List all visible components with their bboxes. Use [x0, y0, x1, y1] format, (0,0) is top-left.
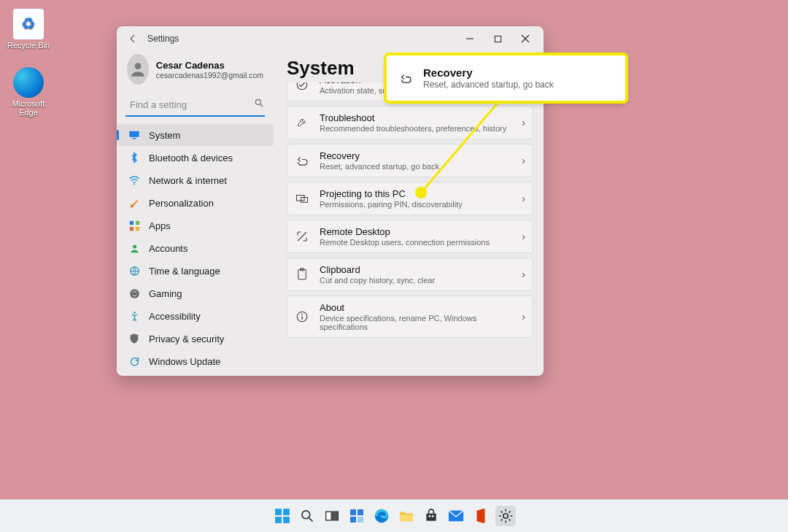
svg-rect-36	[358, 509, 363, 515]
chevron-right-icon: ›	[522, 231, 525, 242]
globe-icon	[128, 265, 140, 277]
display-icon	[128, 129, 140, 141]
svg-point-24	[301, 314, 303, 315]
nav-label: Accounts	[149, 243, 188, 254]
svg-point-31	[302, 511, 310, 519]
desktop-icon-recycle-bin[interactable]: ♻ Recycle Bin	[2, 9, 55, 50]
back-button[interactable]	[125, 31, 140, 46]
titlebar[interactable]: Settings	[117, 26, 544, 51]
svg-rect-35	[350, 509, 356, 515]
nav-item-apps[interactable]: Apps	[117, 215, 274, 236]
wifi-icon	[128, 174, 140, 186]
update-icon	[128, 355, 140, 367]
user-email: cesarcadenas1992@gmail.com	[156, 71, 263, 80]
desktop: ♻ Recycle Bin Microsoft Edge Settings	[0, 0, 788, 532]
card-subtitle: Permissions, pairing PIN, discoverabilit…	[320, 200, 511, 209]
maximize-button[interactable]	[484, 28, 511, 49]
svg-rect-40	[400, 514, 413, 521]
nav-label: Personalization	[149, 198, 214, 209]
minimize-button[interactable]	[456, 28, 484, 49]
taskbar-search[interactable]	[297, 506, 317, 526]
check-circle-icon	[295, 82, 309, 91]
nav-label: Bluetooth & devices	[149, 153, 233, 163]
search-box[interactable]	[125, 95, 265, 117]
card-title: About	[320, 302, 511, 313]
nav-item-bluetooth[interactable]: Bluetooth & devices	[117, 147, 274, 169]
settings-card-list: ActivationActivation state, subscription…	[287, 82, 533, 338]
info-icon	[295, 310, 309, 323]
card-projecting[interactable]: Projecting to this PCPermissions, pairin…	[287, 182, 533, 215]
card-title: Clipboard	[320, 264, 511, 275]
svg-point-4	[135, 63, 142, 69]
card-title: Troubleshoot	[320, 112, 511, 123]
chevron-right-icon: ›	[522, 117, 525, 128]
close-button[interactable]	[511, 28, 539, 49]
taskbar-widgets[interactable]	[347, 506, 367, 526]
recovery-icon	[398, 70, 413, 86]
taskbar-taskview[interactable]	[322, 506, 342, 526]
user-name: Cesar Cadenas	[156, 60, 263, 71]
svg-line-6	[260, 104, 263, 107]
nav-label: Network & internet	[149, 175, 227, 186]
desktop-icon-edge[interactable]: Microsoft Edge	[2, 67, 55, 117]
svg-rect-29	[275, 517, 282, 523]
avatar-icon	[127, 54, 149, 85]
search-input[interactable]	[128, 99, 254, 111]
svg-rect-11	[136, 220, 139, 224]
nav-item-windows-update[interactable]: Windows Update	[117, 350, 274, 372]
nav-item-personalization[interactable]: Personalization	[117, 192, 274, 214]
taskbar-office[interactable]	[471, 506, 491, 526]
edge-icon	[13, 67, 44, 98]
nav: System Bluetooth & devices Network & int…	[117, 124, 274, 372]
nav-item-accounts[interactable]: Accounts	[117, 237, 274, 259]
svg-point-9	[134, 183, 135, 185]
wrench-icon	[295, 116, 309, 129]
card-about[interactable]: AboutDevice specifications, rename PC, W…	[287, 296, 533, 338]
card-troubleshoot[interactable]: TroubleshootRecommended troubleshooters,…	[287, 106, 533, 139]
svg-rect-8	[132, 138, 136, 139]
svg-rect-13	[136, 227, 139, 231]
desktop-icon-label: Microsoft Edge	[2, 99, 55, 117]
nav-item-time-language[interactable]: Time & language	[117, 260, 274, 282]
svg-point-44	[503, 514, 508, 518]
brush-icon	[128, 197, 140, 209]
card-subtitle: Device specifications, rename PC, Window…	[320, 314, 511, 331]
chevron-right-icon: ›	[522, 311, 525, 323]
callout-subtitle: Reset, advanced startup, go back	[423, 80, 614, 90]
accessibility-icon	[128, 310, 140, 322]
taskbar-settings[interactable]	[495, 506, 516, 526]
svg-rect-10	[129, 220, 133, 224]
sidebar: Cesar Cadenas cesarcadenas1992@gmail.com…	[117, 51, 274, 376]
nav-item-system[interactable]: System	[117, 124, 274, 146]
svg-rect-38	[358, 517, 363, 523]
nav-label: Privacy & security	[149, 334, 224, 344]
taskbar-start[interactable]	[272, 506, 293, 526]
svg-rect-30	[283, 517, 290, 523]
clipboard-icon	[295, 268, 309, 281]
nav-item-accessibility[interactable]: Accessibility	[117, 305, 274, 327]
card-remote-desktop[interactable]: Remote DesktopRemote Desktop users, conn…	[287, 220, 533, 253]
card-title: Remote Desktop	[320, 226, 511, 237]
taskbar	[0, 499, 788, 532]
taskbar-store[interactable]	[421, 506, 441, 526]
card-clipboard[interactable]: ClipboardCut and copy history, sync, cle…	[287, 258, 533, 291]
card-subtitle: Remote Desktop users, connection permiss…	[320, 238, 511, 247]
svg-rect-37	[350, 517, 356, 523]
bluetooth-icon	[128, 152, 140, 163]
svg-rect-33	[326, 512, 332, 520]
nav-item-privacy[interactable]: Privacy & security	[117, 328, 274, 350]
nav-label: Windows Update	[149, 356, 220, 367]
desktop-icon-label: Recycle Bin	[2, 41, 55, 50]
nav-label: System	[149, 130, 180, 141]
card-recovery[interactable]: RecoveryReset, advanced startup, go back…	[287, 144, 533, 177]
nav-item-network[interactable]: Network & internet	[117, 169, 274, 191]
nav-item-gaming[interactable]: Gaming	[117, 282, 274, 304]
taskbar-explorer[interactable]	[396, 506, 417, 526]
profile[interactable]: Cesar Cadenas cesarcadenas1992@gmail.com	[125, 51, 265, 92]
svg-point-14	[133, 244, 136, 248]
svg-rect-42	[432, 515, 434, 517]
window-title: Settings	[147, 34, 179, 44]
taskbar-mail[interactable]	[446, 506, 466, 526]
taskbar-edge[interactable]	[371, 506, 392, 526]
svg-rect-41	[429, 515, 431, 517]
